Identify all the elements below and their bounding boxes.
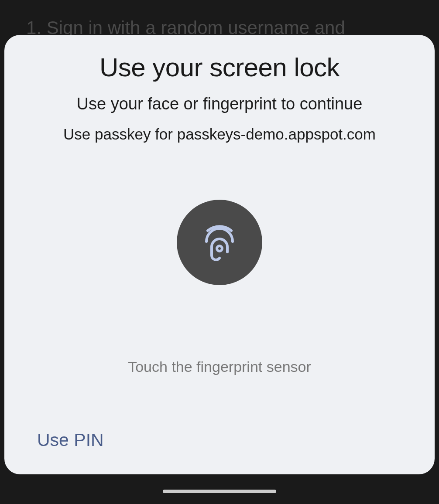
fingerprint-sensor[interactable] bbox=[177, 200, 262, 285]
hint-text: Touch the fingerprint sensor bbox=[4, 358, 435, 375]
nav-handle[interactable] bbox=[163, 490, 276, 493]
fingerprint-container bbox=[4, 200, 435, 285]
dialog-subtitle: Use your face or fingerprint to continue bbox=[4, 95, 435, 113]
dialog-title: Use your screen lock bbox=[4, 52, 435, 82]
use-pin-button[interactable]: Use PIN bbox=[37, 430, 104, 450]
fingerprint-icon bbox=[198, 221, 241, 264]
biometric-dialog: Use your screen lock Use your face or fi… bbox=[4, 35, 435, 474]
dialog-context: Use passkey for passkeys-demo.appspot.co… bbox=[4, 126, 435, 143]
